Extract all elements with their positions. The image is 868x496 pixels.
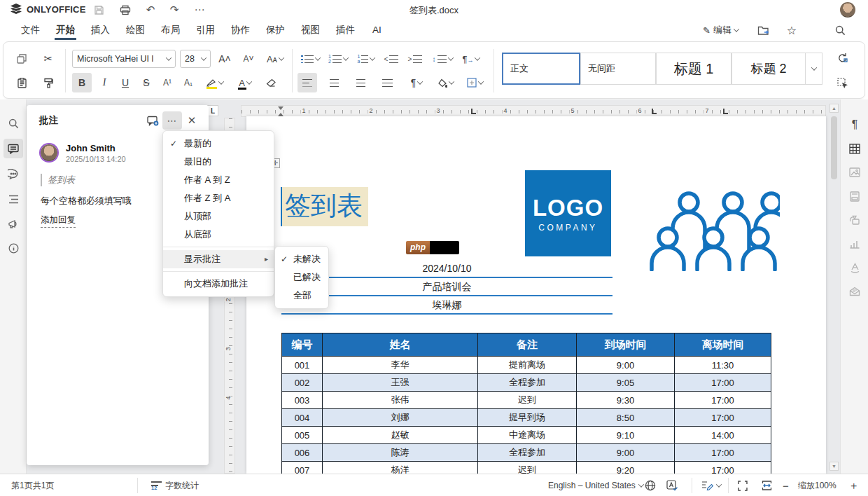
tab-ai[interactable]: AI (370, 22, 384, 39)
menu-item-oldest[interactable]: 最旧的 (163, 153, 274, 171)
clear-formatting-button[interactable] (261, 73, 281, 92)
close-panel-button[interactable]: ✕ (182, 111, 202, 130)
cut-button[interactable]: ✂ (38, 49, 58, 69)
fit-page-button[interactable] (738, 474, 748, 496)
borders-button[interactable] (461, 73, 488, 92)
company-logo[interactable]: LOGO COMPANY (525, 170, 611, 256)
align-right-button[interactable] (351, 73, 370, 92)
replace-button[interactable] (832, 48, 852, 67)
underline-button[interactable]: U (115, 73, 135, 92)
comments-panel-button[interactable] (4, 139, 23, 158)
scroll-up-icon[interactable]: ▲ (830, 104, 839, 113)
font-name-select[interactable]: Microsoft YaHei UI l (72, 50, 176, 68)
paste-button[interactable] (12, 73, 31, 92)
tab-home[interactable]: 开始 (53, 22, 78, 39)
align-center-button[interactable] (324, 73, 344, 92)
style-heading2[interactable]: 标题 2 (732, 53, 806, 85)
tab-view[interactable]: 视图 (298, 22, 323, 39)
horizontal-ruler[interactable]: 1 2 3 4 5 6 7 (241, 105, 826, 117)
tab-collaboration[interactable]: 协作 (228, 22, 253, 39)
tab-plugins[interactable]: 插件 (333, 22, 358, 39)
scroll-down-icon[interactable]: ▼ (830, 462, 839, 471)
submenu-item-all[interactable]: 全部 (275, 287, 328, 305)
tab-file[interactable]: 文件 (18, 22, 43, 39)
increase-font-button[interactable]: A˄ (215, 49, 234, 69)
styles-gallery-expand-button[interactable] (806, 53, 822, 85)
search-button[interactable] (835, 22, 846, 39)
tab-insert[interactable]: 插入 (88, 22, 113, 39)
decrease-indent-button[interactable]: < (382, 49, 401, 69)
mail-merge-settings-button[interactable] (845, 282, 864, 301)
track-changes-button[interactable] (701, 474, 721, 496)
search-panel-button[interactable] (4, 113, 23, 133)
field-date[interactable]: 2024/10/10 (281, 261, 612, 278)
select-all-button[interactable] (832, 73, 852, 92)
show-paragraph-marks-button[interactable]: ¶ (404, 73, 429, 92)
style-no-spacing[interactable]: 无间距 (580, 53, 656, 85)
user-avatar[interactable] (840, 2, 855, 18)
decrease-font-button[interactable]: A˅ (239, 49, 258, 69)
document-scrollbar[interactable]: ▲ ▼ (830, 104, 839, 471)
submenu-item-resolved[interactable]: 已解决 (275, 268, 328, 287)
header-footer-settings-button[interactable] (845, 186, 864, 206)
bullet-list-button[interactable] (298, 49, 323, 69)
image-settings-button[interactable] (845, 163, 864, 182)
feedback-button[interactable] (4, 214, 23, 234)
chat-panel-button[interactable] (4, 164, 23, 184)
fit-width-button[interactable] (762, 474, 772, 496)
tab-layout[interactable]: 布局 (158, 22, 183, 39)
superscript-button[interactable]: A¹ (158, 73, 177, 92)
zoom-out-button[interactable]: − (783, 474, 789, 496)
people-group-image[interactable] (647, 181, 780, 271)
tab-references[interactable]: 引用 (193, 22, 218, 39)
zoom-in-button[interactable]: ＋ (848, 474, 859, 496)
menu-item-from-top[interactable]: 从顶部 (163, 207, 274, 226)
text-art-settings-button[interactable] (845, 258, 864, 277)
language-selector[interactable]: English – United States (548, 474, 643, 496)
about-button[interactable] (4, 238, 23, 258)
tab-protection[interactable]: 保护 (263, 22, 288, 39)
set-language-button[interactable] (645, 474, 656, 496)
tab-stop-marker[interactable] (723, 109, 728, 114)
field-topic[interactable]: 产品培训会 (281, 279, 612, 296)
tab-stop-marker[interactable] (652, 109, 657, 114)
numbered-list-button[interactable]: 12 (326, 49, 351, 69)
signin-table[interactable]: 编号 姓名 备注 到场时间 离场时间 001李华提前离场9:0011:30 00… (281, 333, 771, 474)
indent-marker[interactable] (278, 106, 284, 116)
align-left-button[interactable] (298, 73, 317, 92)
style-normal[interactable]: 正文 (502, 53, 580, 85)
menu-item-show-comments[interactable]: 显示批注▸ (163, 250, 274, 268)
highlight-color-button[interactable] (201, 73, 229, 92)
word-count-button[interactable]: 12 字数统计 (151, 474, 199, 496)
menu-item-author-za[interactable]: 作者 Z 到 A (163, 189, 274, 207)
add-reply-button[interactable]: 添加回复 (41, 214, 76, 228)
increase-indent-button[interactable]: > (405, 49, 425, 69)
change-case-button[interactable]: Aᴀ (262, 49, 288, 69)
tab-draw[interactable]: 绘图 (123, 22, 148, 39)
shape-settings-button[interactable] (845, 210, 864, 230)
comments-sort-button[interactable]: ⋯ (162, 111, 182, 130)
subscript-button[interactable]: A₁ (178, 73, 198, 92)
menu-item-author-az[interactable]: 作者 A 到 Z (163, 171, 274, 189)
favorite-button[interactable]: ☆ (787, 22, 797, 39)
scrollbar-thumb[interactable] (831, 116, 837, 179)
paragraph-settings-button[interactable]: ¶ (845, 115, 864, 135)
line-spacing-button[interactable]: ↕ (429, 49, 456, 69)
document-page[interactable]: ✛ 签到表 php LOGO COMPANY 2024/10/10 产品培训会 … (246, 116, 826, 474)
bold-button[interactable]: B (72, 73, 92, 92)
spell-check-button[interactable] (666, 474, 678, 496)
italic-button[interactable]: I (94, 73, 114, 92)
add-comment-button[interactable] (143, 111, 162, 130)
tab-stop-marker[interactable] (471, 109, 476, 114)
font-color-button[interactable]: A (232, 73, 258, 92)
paragraph-direction-button[interactable]: ¶→ (458, 49, 484, 69)
table-settings-button[interactable] (845, 139, 864, 158)
menu-item-newest[interactable]: ✓最新的 (163, 135, 274, 153)
copy-button[interactable] (12, 49, 31, 69)
format-painter-button[interactable] (38, 73, 58, 92)
tab-stop-selector[interactable]: L (207, 105, 218, 116)
multilevel-list-button[interactable]: 1a (354, 49, 379, 69)
navigation-panel-button[interactable] (4, 189, 23, 209)
font-size-select[interactable]: 28 (180, 50, 211, 68)
menu-item-add-comment-to-document[interactable]: 向文档添加批注 (163, 275, 274, 293)
